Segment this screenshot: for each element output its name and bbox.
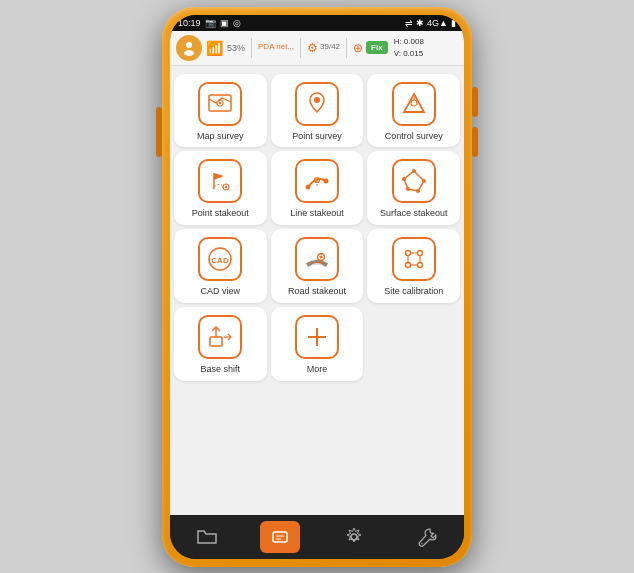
side-button-top[interactable]	[472, 87, 478, 117]
freq-icon: ⚙	[307, 41, 318, 55]
separator-3	[346, 38, 347, 58]
svg-point-0	[186, 42, 192, 48]
info-bar: 📶 53% PDA net... ⚙ 39/42 ⊕ Fix H: 0.008 …	[170, 31, 464, 66]
more-item[interactable]: More	[271, 307, 364, 381]
device: 10:19 📷 ▣ ◎ ⇌ ✱ 4G▲ ▮ 📶 53%	[162, 7, 472, 567]
surface-stakeout-item[interactable]: Surface stakeout	[367, 151, 460, 225]
more-icon-box	[295, 315, 339, 359]
road-stakeout-label: Road stakeout	[288, 286, 346, 297]
map-survey-label: Map survey	[197, 131, 244, 142]
line-stakeout-item[interactable]: Line stakeout	[271, 151, 364, 225]
control-survey-item[interactable]: Control survey	[367, 74, 460, 148]
screen-icon: ▣	[220, 18, 229, 28]
v-value: V: 0.015	[394, 48, 424, 59]
line-stakeout-icon	[303, 167, 331, 195]
svg-point-19	[406, 187, 410, 191]
svg-point-1	[184, 50, 194, 56]
surface-stakeout-label: Surface stakeout	[380, 208, 448, 219]
bluetooth-icon: ✱	[416, 18, 424, 28]
cad-view-icon: CAD	[206, 245, 234, 273]
point-survey-icon-box	[295, 82, 339, 126]
point-survey-label: Point survey	[292, 131, 342, 142]
site-calibration-item[interactable]: Site calibration	[367, 229, 460, 303]
cad-view-label: CAD view	[201, 286, 241, 297]
control-survey-icon-box	[392, 82, 436, 126]
svg-point-18	[416, 189, 420, 193]
base-shift-label: Base shift	[201, 364, 241, 375]
svg-point-28	[417, 263, 422, 268]
freq-info: 39/42	[320, 42, 340, 52]
svg-point-4	[219, 101, 221, 103]
point-stakeout-item[interactable]: Point stakeout	[174, 151, 267, 225]
target-icon: ⊕	[353, 41, 363, 55]
main-content: Map survey Point survey	[170, 66, 464, 515]
control-survey-label: Control survey	[385, 131, 443, 142]
surface-stakeout-icon-box	[392, 159, 436, 203]
base-shift-icon	[206, 323, 234, 351]
fix-badge: Fix	[366, 41, 388, 54]
status-bar: 10:19 📷 ▣ ◎ ⇌ ✱ 4G▲ ▮	[170, 15, 464, 31]
status-left: 10:19 📷 ▣ ◎	[178, 18, 241, 28]
svg-point-12	[323, 179, 328, 184]
svg-rect-34	[210, 337, 222, 346]
point-stakeout-icon	[206, 167, 234, 195]
line-stakeout-icon-box	[295, 159, 339, 203]
pda-info: PDA net...	[258, 42, 294, 52]
side-button-left[interactable]	[156, 107, 162, 157]
map-survey-icon	[206, 90, 234, 118]
map-survey-item[interactable]: Map survey	[174, 74, 267, 148]
svg-point-10	[225, 186, 227, 188]
point-survey-icon	[303, 90, 331, 118]
battery-pct: 53%	[227, 43, 245, 53]
svg-point-6	[411, 100, 417, 106]
freq-container: ⚙ 39/42	[307, 41, 340, 55]
time-display: 10:19	[178, 18, 201, 28]
point-survey-item[interactable]: Point survey	[271, 74, 364, 148]
control-survey-icon	[400, 90, 428, 118]
hv-info: H: 0.008 V: 0.015	[394, 36, 424, 58]
bottom-nav	[170, 515, 464, 559]
side-button-bottom[interactable]	[472, 127, 478, 157]
site-calibration-label: Site calibration	[384, 286, 443, 297]
site-calibration-icon	[400, 245, 428, 273]
nav-settings[interactable]	[334, 521, 374, 553]
app-grid: Map survey Point survey	[174, 74, 460, 381]
network-icon: 4G▲	[427, 18, 448, 28]
transfer-icon: ⇌	[405, 18, 413, 28]
svg-point-16	[412, 169, 416, 173]
road-stakeout-icon-box	[295, 237, 339, 281]
nav-tools[interactable]	[260, 521, 300, 553]
svg-point-29	[405, 263, 410, 268]
more-label: More	[307, 364, 328, 375]
point-stakeout-label: Point stakeout	[192, 208, 249, 219]
pda-label: PDA net...	[258, 42, 294, 52]
base-shift-icon-box	[198, 315, 242, 359]
line-stakeout-label: Line stakeout	[290, 208, 344, 219]
svg-text:CAD: CAD	[212, 256, 230, 265]
site-calibration-icon-box	[392, 237, 436, 281]
cad-view-icon-box: CAD	[198, 237, 242, 281]
surface-stakeout-icon	[400, 167, 428, 195]
svg-point-24	[319, 256, 322, 259]
signal-icon: ◎	[233, 18, 241, 28]
svg-point-20	[402, 177, 406, 181]
svg-point-5	[314, 97, 320, 103]
base-shift-item[interactable]: Base shift	[174, 307, 267, 381]
svg-point-26	[405, 251, 410, 256]
h-value: H: 0.008	[394, 36, 424, 47]
svg-point-17	[422, 179, 426, 183]
fix-container: ⊕ Fix	[353, 41, 388, 55]
camera-icon: 📷	[205, 18, 216, 28]
battery-icon: ▮	[451, 18, 456, 28]
nav-wrench[interactable]	[407, 521, 447, 553]
cad-view-item[interactable]: CAD CAD view	[174, 229, 267, 303]
road-stakeout-item[interactable]: Road stakeout	[271, 229, 364, 303]
more-icon	[303, 323, 331, 351]
svg-point-11	[305, 185, 310, 190]
separator-2	[300, 38, 301, 58]
nav-folder[interactable]	[187, 521, 227, 553]
antenna-icon: 📶	[206, 40, 223, 56]
avatar	[176, 35, 202, 61]
status-right: ⇌ ✱ 4G▲ ▮	[405, 18, 456, 28]
svg-point-27	[417, 251, 422, 256]
